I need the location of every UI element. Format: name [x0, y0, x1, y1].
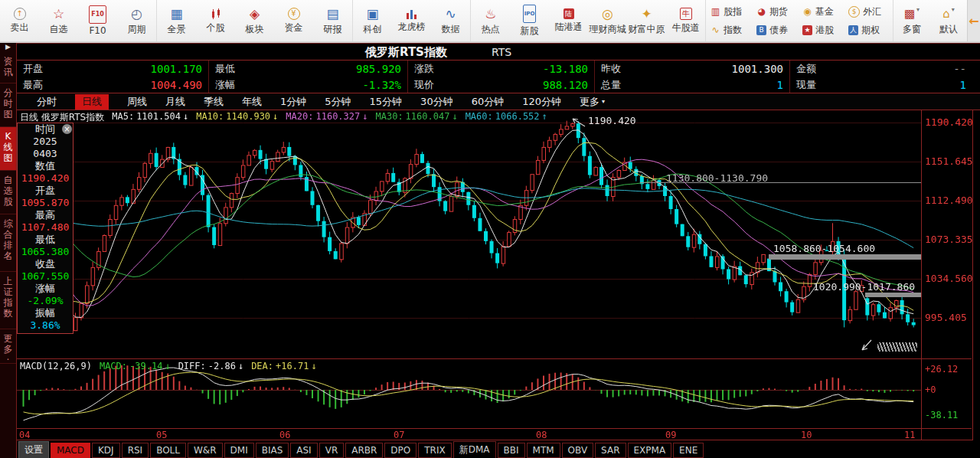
market-shortcut-button[interactable]: B 债券: [756, 21, 796, 39]
sidebar-item[interactable]: K线图: [0, 127, 16, 171]
sidebar-expand-icon[interactable]: ▶: [0, 43, 16, 52]
sidebar-item[interactable]: 自选股: [0, 171, 16, 214]
indicator-tab[interactable]: ARBR: [345, 443, 383, 458]
indicator-tab[interactable]: 新DMA: [453, 441, 496, 458]
quote-field-value: -13.180: [543, 63, 588, 75]
indicator-tab[interactable]: OBV: [562, 443, 594, 458]
toolbar-button[interactable]: ∿ 数据: [431, 0, 470, 41]
quote-field-label: 最高: [23, 78, 43, 92]
toolbar-button[interactable]: 陆 陆港通: [549, 0, 588, 41]
toolbar-button[interactable]: ✦ 财富中原: [627, 0, 666, 41]
info-panel-row: -2.09%: [18, 295, 73, 307]
indicator-tab[interactable]: BOLL: [150, 443, 186, 458]
kline-canvas[interactable]: [17, 110, 921, 440]
indicator-tab[interactable]: ENE: [673, 443, 704, 458]
indicator-tab[interactable]: SAR: [595, 443, 626, 458]
time-axis-tick: 07: [394, 430, 404, 440]
indicator-tab[interactable]: BIAS: [256, 443, 289, 458]
toolbar-button[interactable]: ¥ 资金: [274, 0, 313, 41]
quote-field-value: 988.120: [543, 79, 588, 91]
info-panel-row: 振幅: [18, 307, 73, 319]
period-tab[interactable]: 120分钟: [522, 95, 561, 109]
toolbar-button[interactable]: F10 F10: [78, 0, 117, 41]
market-shortcut-button[interactable]: ◕ 期货: [756, 2, 796, 21]
market-shortcut-button[interactable]: $ 外汇: [848, 2, 888, 21]
indicator-tab[interactable]: DMI: [224, 443, 254, 458]
price-axis-tick: 1190.420: [925, 116, 973, 128]
info-panel-row: 最低: [18, 234, 73, 246]
market-shortcut-button[interactable]: ▥ 股指: [710, 2, 750, 21]
quote-field: 开盘 1001.170: [17, 61, 209, 77]
quote-field: 金额 --: [790, 61, 972, 77]
multi-window-button[interactable]: ▩ ▾ 多窗: [893, 0, 930, 41]
toolbar-button[interactable]: ↑ 卖出: [0, 0, 39, 41]
indicator-tab-bar: 设置MACDKDJRSIBOLLW&RDMIBIASASIVRARBRDPOTR…: [17, 440, 980, 458]
sidebar-item[interactable]: 资讯: [0, 52, 16, 83]
period-tab-more-label: 更多: [580, 95, 599, 109]
quote-field-label: 昨收: [601, 62, 621, 76]
market-shortcut-label: 期权: [861, 24, 880, 37]
period-tab[interactable]: 15分钟: [370, 95, 403, 109]
indicator-tab[interactable]: KDJ: [92, 443, 120, 458]
period-tab[interactable]: 季线: [204, 95, 224, 109]
indicator-tab[interactable]: RSI: [122, 443, 149, 458]
market-shortcut-icon: ∿: [710, 25, 720, 35]
sidebar-item[interactable]: 上证指数: [0, 272, 16, 329]
period-tab[interactable]: 分时: [37, 95, 57, 109]
indicator-tab[interactable]: EXPMA: [628, 443, 672, 458]
toolbar-button[interactable]: ♨ 热点: [470, 0, 510, 41]
close-icon[interactable]: ×: [62, 124, 72, 134]
market-shortcut-button[interactable]: ∿ 指数: [710, 21, 750, 39]
toolbar-button[interactable]: ◴ 周期: [117, 0, 156, 41]
toolbar-button[interactable]: ◎ 理财商城: [588, 0, 627, 41]
toolbar-button[interactable]: 个股: [196, 0, 235, 41]
indicator-tab[interactable]: BBI: [498, 443, 525, 458]
toolbar-button[interactable]: ▣ 科创: [352, 0, 392, 41]
period-tab[interactable]: 月线: [165, 95, 185, 109]
quote-field: 现价 988.120: [408, 77, 595, 93]
toolbar-button-label: 资金: [285, 21, 303, 34]
toolbar-button[interactable]: IPO 新股: [510, 0, 549, 41]
sidebar-item[interactable]: 综合排名: [0, 214, 16, 272]
period-tab[interactable]: 年线: [242, 95, 262, 109]
collapse-toolbar-arrow[interactable]: ←: [967, 0, 980, 41]
toolbar-icon: ▣: [366, 6, 378, 21]
market-shortcut-button[interactable]: 人 期权: [848, 21, 888, 39]
indicator-tab[interactable]: VR: [319, 443, 345, 458]
toolbar-button[interactable]: ▦ 全景: [156, 0, 196, 41]
toolbar-button-label: 个股: [207, 21, 225, 34]
indicator-tab[interactable]: MACD: [51, 443, 90, 458]
period-tab[interactable]: 周线: [127, 95, 147, 109]
period-tab[interactable]: 30分钟: [420, 95, 453, 109]
default-layout-button[interactable]: ⌂ ▾ 默认: [930, 0, 967, 41]
period-tab[interactable]: 日线: [75, 94, 109, 110]
indicator-tab[interactable]: ASI: [290, 443, 317, 458]
toolbar-button-label: 财富中原: [629, 23, 665, 36]
period-tab[interactable]: 60分钟: [472, 95, 505, 109]
indicator-tab[interactable]: W&R: [188, 443, 223, 458]
price-axis-tick: 1034.560: [925, 273, 973, 284]
indicator-tab[interactable]: MTM: [527, 443, 560, 458]
main-area: ▶ 资讯分时图K线图自选股综合排名上证指数更多· 俄罗斯RTS指数 RTS 开盘…: [0, 43, 980, 458]
time-axis-tick: 11: [904, 430, 915, 440]
chevron-down-icon: ▾: [952, 6, 955, 13]
toolbar-button[interactable]: ◈ 板块: [235, 0, 274, 41]
quote-header-grid: 开盘 1001.170 最低 985.920 涨跌 -13.180 昨收 100…: [17, 61, 980, 93]
toolbar-button[interactable]: ☆ 自选: [39, 0, 78, 41]
period-tab[interactable]: 1分钟: [280, 95, 306, 109]
toolbar-button[interactable]: ▤ 研报: [313, 0, 352, 41]
indicator-tab[interactable]: DPO: [384, 443, 416, 458]
toolbar-button[interactable]: 牛 牛股道: [666, 0, 705, 41]
sidebar-item[interactable]: 分时图: [0, 83, 16, 127]
market-shortcut-button[interactable]: ◉ 基金: [802, 2, 842, 21]
indicator-tab[interactable]: TRIX: [418, 443, 451, 458]
top-toolbar: ↑ 卖出 ☆ 自选 F10 F10 ◴ 周期 ▦ 全景 个股: [0, 0, 980, 43]
indicator-tab[interactable]: 设置: [18, 441, 49, 458]
toolbar-button[interactable]: 龙虎榜: [392, 0, 431, 41]
period-tab-more[interactable]: 更多 ▾: [580, 95, 605, 109]
peak-arrow-icon: [570, 116, 586, 129]
market-shortcut-button[interactable]: ★ 港股: [802, 21, 842, 39]
period-tab[interactable]: 5分钟: [325, 95, 351, 109]
sidebar-item[interactable]: 更多·: [0, 329, 16, 364]
toolbar-icon: ◈: [250, 6, 260, 21]
